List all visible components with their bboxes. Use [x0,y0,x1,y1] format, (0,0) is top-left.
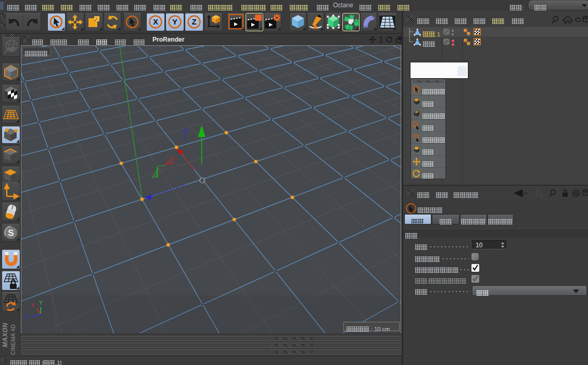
svg-text:Z: Z [25,314,29,320]
svg-text:Z: Z [191,17,196,26]
svg-text:X: X [153,17,158,26]
svg-text:X: X [31,303,35,308]
svg-text:Y: Y [172,17,177,26]
svg-text:S: S [8,228,14,238]
svg-text:Y: Y [39,300,43,306]
